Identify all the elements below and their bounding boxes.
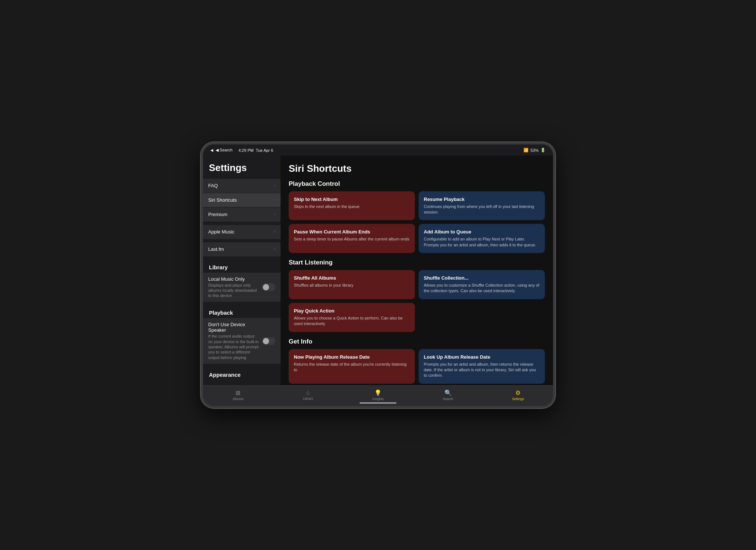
- add-album-queue-desc: Configurable to add an album to Play Nex…: [424, 236, 540, 248]
- playback-control-grid: Skip to Next Album Skips to the next alb…: [289, 191, 545, 253]
- device-speaker-item: Don't Use Device Speaker If the current …: [203, 318, 281, 364]
- resume-playback-card[interactable]: Resume Playback Continues playing from w…: [419, 191, 545, 221]
- sidebar-item-faq[interactable]: FAQ ›: [203, 179, 281, 193]
- insights-icon: 💡: [374, 389, 382, 396]
- start-listening-grid: Shuffle All Albums Shuffles all albums i…: [289, 270, 545, 332]
- playback-control-section: Playback Control Skip to Next Album Skip…: [289, 180, 545, 253]
- albums-label: Albums: [233, 397, 244, 401]
- play-quick-action-desc: Allows you to choose a Quick Action to p…: [294, 315, 410, 327]
- tab-insights[interactable]: 💡 Insights: [343, 389, 413, 401]
- pause-album-ends-title: Pause When Current Album Ends: [294, 229, 410, 235]
- get-info-grid: Now Playing Album Release Date Returns t…: [289, 349, 545, 384]
- settings-label: Settings: [512, 397, 524, 401]
- start-listening-header: Start Listening: [289, 259, 545, 266]
- tab-library[interactable]: ⌂ Library: [273, 389, 343, 400]
- lookup-release-desc: Prompts you for an artist and album, the…: [424, 362, 540, 379]
- status-date: Tue Apr 6: [256, 148, 273, 153]
- empty-card: [419, 303, 545, 332]
- tab-albums[interactable]: ⊞ Albums: [203, 389, 273, 401]
- get-info-section: Get Info Now Playing Album Release Date …: [289, 338, 545, 384]
- add-album-queue-title: Add Album to Queue: [424, 229, 540, 235]
- battery-icon: 🔋: [540, 148, 546, 153]
- start-listening-section: Start Listening Shuffle All Albums Shuff…: [289, 259, 545, 332]
- library-section-header: Library: [203, 261, 281, 273]
- sidebar-library-section: Library Local Music Only Displays and pl…: [203, 261, 281, 303]
- shuffle-collection-title: Shuffle Collection...: [424, 275, 540, 281]
- chevron-icon: ›: [274, 212, 275, 217]
- appearance-section-header: Appearance: [203, 369, 281, 380]
- sidebar-item-premium[interactable]: Premium ›: [203, 208, 281, 222]
- resume-playback-title: Resume Playback: [424, 197, 540, 202]
- device-speaker-label: Don't Use Device Speaker: [208, 322, 259, 333]
- resume-playback-desc: Continues playing from where you left of…: [424, 204, 540, 215]
- device-speaker-desc: If the current audio output on your devi…: [208, 334, 259, 360]
- pause-album-ends-desc: Sets a sleep timer to pause Albums after…: [294, 236, 410, 242]
- skip-next-desc: Skips to the next album in the queue: [294, 204, 410, 209]
- play-quick-action-card[interactable]: Play Quick Action Allows you to choose a…: [289, 303, 415, 332]
- device-frame: ◀ ◀ Search 4:29 PM Tue Apr 6 📶 53% 🔋 Set…: [201, 142, 555, 408]
- sidebar-item-apple-music[interactable]: Apple Music ›: [203, 225, 281, 239]
- now-playing-release-title: Now Playing Album Release Date: [294, 354, 410, 360]
- local-music-toggle[interactable]: [262, 283, 275, 291]
- now-playing-release-desc: Returns the release date of the album yo…: [294, 362, 410, 373]
- tab-settings[interactable]: ⚙ Settings: [483, 389, 553, 401]
- pause-album-ends-card[interactable]: Pause When Current Album Ends Sets a sle…: [289, 224, 415, 253]
- albums-icon: ⊞: [236, 389, 240, 396]
- sidebar-playback-section: Playback Don't Use Device Speaker If the…: [203, 307, 281, 364]
- chevron-icon: ›: [274, 229, 275, 234]
- tab-search[interactable]: 🔍 Search: [413, 389, 483, 401]
- play-quick-action-title: Play Quick Action: [294, 308, 410, 314]
- sidebar-appearance-section: Appearance: [203, 369, 281, 380]
- library-icon: ⌂: [306, 389, 310, 396]
- now-playing-release-card[interactable]: Now Playing Album Release Date Returns t…: [289, 349, 415, 384]
- get-info-header: Get Info: [289, 338, 545, 345]
- playback-control-header: Playback Control: [289, 180, 545, 188]
- status-right: 📶 53% 🔋: [523, 148, 546, 153]
- skip-next-title: Skip to Next Album: [294, 197, 410, 202]
- shuffle-all-card[interactable]: Shuffle All Albums Shuffles all albums i…: [289, 270, 415, 299]
- skip-next-card[interactable]: Skip to Next Album Skips to the next alb…: [289, 191, 415, 221]
- shuffle-collection-card[interactable]: Shuffle Collection... Allows you to cust…: [419, 270, 545, 299]
- status-back-label[interactable]: ◀ Search: [216, 148, 233, 153]
- add-album-queue-card[interactable]: Add Album to Queue Configurable to add a…: [419, 224, 545, 253]
- sidebar-item-siri-shortcuts[interactable]: Siri Shortcuts ›: [203, 193, 281, 207]
- local-music-desc: Displays and plays only albums locally d…: [208, 283, 259, 298]
- main-area: Settings FAQ › Siri Shortcuts › Premium …: [203, 156, 553, 385]
- chevron-icon: ›: [274, 246, 275, 252]
- search-icon: 🔍: [444, 389, 452, 396]
- device-speaker-toggle[interactable]: [262, 337, 275, 345]
- back-arrow[interactable]: ◀: [210, 148, 213, 152]
- search-label: Search: [443, 397, 453, 401]
- settings-icon: ⚙: [515, 389, 520, 396]
- wifi-icon: 📶: [523, 148, 529, 153]
- playback-section-header: Playback: [203, 307, 281, 318]
- status-bar: ◀ ◀ Search 4:29 PM Tue Apr 6 📶 53% 🔋: [203, 144, 553, 156]
- chevron-icon: ›: [274, 183, 275, 188]
- insights-label: Insights: [372, 397, 384, 401]
- content-area: Siri Shortcuts Playback Control Skip to …: [281, 156, 553, 385]
- chevron-icon: ›: [274, 197, 275, 202]
- sidebar-title: Settings: [203, 156, 281, 179]
- status-left: ◀ ◀ Search 4:29 PM Tue Apr 6: [210, 148, 273, 153]
- shuffle-all-title: Shuffle All Albums: [294, 275, 410, 281]
- library-label: Library: [303, 397, 313, 400]
- home-indicator: [360, 402, 396, 404]
- shuffle-all-desc: Shuffles all albums in your library: [294, 283, 410, 288]
- content-title: Siri Shortcuts: [289, 163, 545, 174]
- lookup-release-title: Look Up Album Release Date: [424, 354, 540, 360]
- sidebar-item-lastfm[interactable]: Last.fm ›: [203, 242, 281, 256]
- lookup-release-card[interactable]: Look Up Album Release Date Prompts you f…: [419, 349, 545, 384]
- battery-label: 53%: [530, 148, 539, 153]
- status-time: 4:29 PM: [238, 148, 254, 153]
- local-music-only-item: Local Music Only Displays and plays only…: [203, 273, 281, 303]
- shuffle-collection-desc: Allows you to customize a Shuffle Collec…: [424, 283, 540, 294]
- local-music-label: Local Music Only: [208, 276, 259, 282]
- sidebar: Settings FAQ › Siri Shortcuts › Premium …: [203, 156, 281, 385]
